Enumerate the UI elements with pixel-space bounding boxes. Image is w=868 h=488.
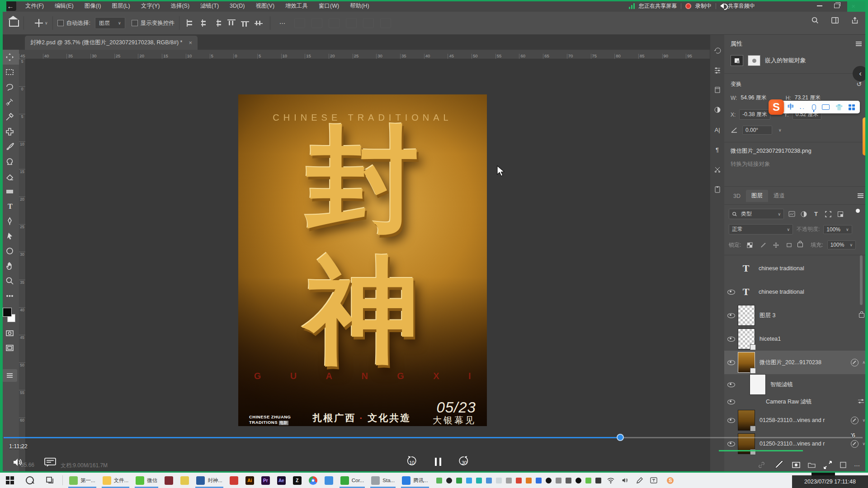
visibility-toggle[interactable] <box>724 382 738 387</box>
workspace-icon[interactable] <box>831 16 839 24</box>
layer-row[interactable]: 智能滤镜 <box>724 374 868 395</box>
reset-transform-icon[interactable]: ↺ <box>856 80 862 88</box>
visibility-toggle[interactable] <box>724 337 738 342</box>
tab-通道[interactable]: 通道 <box>768 190 790 202</box>
path-select-tool[interactable] <box>0 229 19 244</box>
skin-icon[interactable]: 👕 <box>835 104 843 111</box>
panel-menu-icon[interactable] <box>856 41 862 47</box>
align-middle-icon[interactable] <box>241 19 249 27</box>
smart-filter-icon[interactable] <box>851 417 859 424</box>
quick-select-tool[interactable] <box>0 94 19 109</box>
tab-3D[interactable]: 3D <box>728 191 746 202</box>
foreground-color-swatch[interactable] <box>3 308 12 317</box>
wifi-icon[interactable] <box>605 474 617 486</box>
menu-item[interactable]: 图层(L) <box>107 0 134 12</box>
tray-icon[interactable] <box>456 478 462 483</box>
pause-button[interactable] <box>435 458 441 466</box>
tray-icon[interactable] <box>436 478 442 483</box>
layer-row[interactable]: hicetea1 <box>724 327 868 351</box>
layer-thumbnail[interactable]: T <box>738 261 754 276</box>
layer-row[interactable]: Tchinese traditional <box>724 280 868 304</box>
tab-图层[interactable]: 图层 <box>746 190 768 202</box>
show-transform-checkbox[interactable] <box>132 20 138 26</box>
visibility-toggle[interactable] <box>724 441 738 446</box>
filter-type-icon[interactable]: T <box>811 210 821 218</box>
document-tab[interactable]: 封神2.psd @ 35.7% (微信图片_20230729170238, RG… <box>25 36 198 50</box>
layer-filter-dropdown[interactable]: 类型 ∨ <box>729 209 784 219</box>
more-tools[interactable] <box>0 288 19 303</box>
type-tool[interactable]: T <box>0 199 19 214</box>
layers-menu-icon[interactable] <box>858 193 863 198</box>
taskbar-app[interactable] <box>161 473 177 488</box>
healing-tool[interactable] <box>0 124 19 139</box>
opacity-field[interactable]: 100% ∨ <box>823 225 852 234</box>
list-panel-icon[interactable] <box>2 369 17 382</box>
menu-item[interactable]: 选择(S) <box>166 0 194 12</box>
taskbar-app[interactable]: Z <box>289 473 305 488</box>
forward-30-button[interactable]: 30 <box>458 455 471 468</box>
smart-filter-icon[interactable] <box>851 440 859 448</box>
auto-select-checkbox[interactable] <box>57 20 64 26</box>
menu-item[interactable]: 文字(Y) <box>137 0 165 12</box>
menu-item[interactable]: 滤镜(T) <box>196 0 223 12</box>
filter-pixel-icon[interactable] <box>787 210 796 218</box>
sogou-tray-icon[interactable]: S <box>665 474 676 486</box>
taskbar-volume-icon[interactable] <box>619 474 631 486</box>
layer-thumbnail[interactable] <box>738 352 755 373</box>
taskbar-app-微信[interactable]: 微信 <box>132 473 161 488</box>
taskbar-app-文件[interactable]: 文件... <box>99 473 132 488</box>
minimize-button[interactable] <box>817 5 822 6</box>
angle-value[interactable]: 0.00° <box>742 126 772 135</box>
tray-icon[interactable] <box>595 478 601 483</box>
taskbar-app[interactable] <box>321 473 337 488</box>
share-icon[interactable] <box>851 16 859 24</box>
visibility-toggle[interactable] <box>724 313 738 318</box>
shape-tool[interactable] <box>0 244 19 258</box>
layer-row[interactable]: 01258-23110...vines and r∨ <box>724 408 868 432</box>
layer-thumbnail[interactable] <box>738 410 755 431</box>
menu-item[interactable]: 文件(F) <box>21 0 48 12</box>
clipboard-panel-icon[interactable] <box>713 185 722 193</box>
filter-smart-object-icon[interactable] <box>836 210 845 218</box>
menu-item[interactable]: 视图(V) <box>251 0 279 12</box>
align-bottom-icon[interactable] <box>255 19 263 27</box>
video-progress-track[interactable] <box>4 437 863 438</box>
tray-icon[interactable] <box>516 478 522 483</box>
x-value[interactable]: -0.38 厘米 <box>739 109 770 120</box>
paragraph-panel-icon[interactable]: ¶ <box>713 145 722 154</box>
tray-icon[interactable] <box>536 478 542 483</box>
tray-icon[interactable] <box>585 478 591 483</box>
move-tool-icon[interactable] <box>35 19 43 27</box>
collapse-arrow-icon[interactable]: ∧ <box>862 360 865 365</box>
taskbar-app[interactable] <box>177 473 193 488</box>
lock-pixels-icon[interactable] <box>758 241 767 249</box>
taskbar-app[interactable]: Pr <box>258 473 274 488</box>
lock-position-icon[interactable] <box>771 241 780 249</box>
visibility-toggle[interactable] <box>724 360 738 365</box>
lasso-tool[interactable] <box>0 80 19 94</box>
restore-button[interactable] <box>834 4 840 8</box>
taskbar-app[interactable]: Ae <box>274 473 289 488</box>
pen-tool[interactable] <box>0 214 19 229</box>
tray-icon[interactable] <box>576 478 581 483</box>
sogou-logo-icon[interactable]: S <box>769 99 784 115</box>
task-view-icon[interactable] <box>44 474 56 486</box>
volume-icon[interactable] <box>13 457 24 467</box>
filter-adjustment-icon[interactable] <box>799 210 808 218</box>
tray-icon[interactable] <box>466 478 472 483</box>
lock-transparent-icon[interactable] <box>745 241 754 249</box>
menu-item[interactable]: 图像(I) <box>80 0 106 12</box>
new-layer-icon[interactable] <box>840 462 846 469</box>
screen-mode-icon[interactable] <box>0 341 19 356</box>
pen-settings-icon[interactable] <box>634 474 646 486</box>
brush-tool[interactable] <box>0 139 19 154</box>
tray-icon[interactable] <box>546 478 552 483</box>
tray-icon[interactable] <box>566 478 571 483</box>
color-panel-icon[interactable] <box>713 106 722 114</box>
mic-icon[interactable] <box>812 104 816 110</box>
color-swatches[interactable] <box>0 305 19 326</box>
menu-item[interactable]: 编辑(E) <box>50 0 78 12</box>
clone-stamp-tool[interactable] <box>0 154 19 169</box>
menu-item[interactable]: 增效工具 <box>281 0 312 12</box>
link-layers-icon[interactable] <box>758 462 765 469</box>
